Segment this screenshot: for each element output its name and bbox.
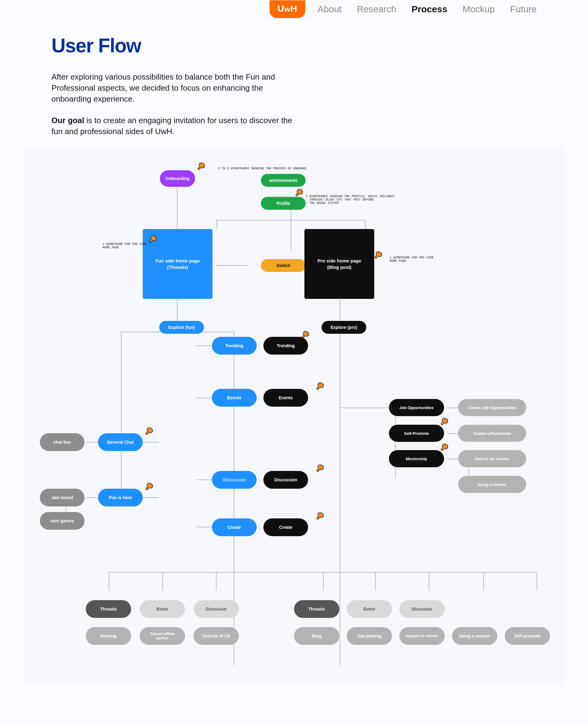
pro-home-l2: (Blog post) [327, 264, 351, 270]
page-title: User Flow [51, 34, 141, 57]
bottom-fun-outside-ux: Outside of UX [193, 627, 239, 645]
note-pro-home: 1 WIREFRAME FOR PRO SIDE HOME PAGE [390, 256, 434, 263]
nav-future[interactable]: Future [510, 4, 537, 15]
bottom-fun-threads: Threads [86, 600, 131, 618]
goal-label: Our goal [51, 116, 84, 125]
bottom-pro-job-posting: Job-posting [347, 627, 392, 645]
connector [375, 572, 376, 590]
pin-icon [315, 382, 327, 393]
connector [395, 408, 396, 478]
pin-icon [196, 162, 208, 173]
logo-text: UwH [277, 3, 297, 14]
top-nav: UwH About Research Process Mockup Future [0, 0, 588, 18]
note-onboard: 2 TO 3 WIREFRAMES SHOWING THE PROCESS OF… [218, 167, 306, 170]
node-general-chat: General Chat [98, 433, 143, 451]
node-fun-home: Fun side home page (Threads) [143, 229, 212, 299]
node-trending-fun: Trending [212, 337, 257, 355]
node-pro-home: Pro side home page (Blog post) [304, 229, 374, 299]
node-mentorship: Mentorship [389, 450, 444, 467]
bottom-pro-blog: Blog [294, 627, 339, 645]
connector [340, 299, 340, 320]
node-discussion-fun: Discussion [212, 471, 257, 489]
node-create-job-opportunities: Create Job Opportunities [458, 399, 526, 416]
connector [483, 572, 484, 590]
connector [323, 572, 324, 590]
node-jam-board: Jam board [40, 489, 85, 507]
connector [340, 408, 395, 408]
node-events-pro: Events [264, 389, 308, 407]
pin-icon [144, 482, 155, 494]
intro-text: After exploring various possibilities to… [51, 72, 296, 105]
node-switch: Switch [261, 259, 306, 272]
bottom-fun-ranting: Ranting [86, 627, 131, 645]
connector [537, 572, 537, 590]
connector [216, 265, 247, 266]
connector [216, 572, 216, 590]
bottom-pro-request-mentor: request for mentor [399, 627, 445, 645]
node-job-opportunities: Job Opportunities [389, 399, 444, 416]
bottom-pro-event: Event [347, 600, 392, 618]
logo[interactable]: UwH [270, 0, 305, 18]
bottom-pro-threads: Threads [294, 600, 339, 618]
bottom-pro-discusion: Discusion [399, 600, 445, 618]
pin-icon [144, 427, 155, 438]
diagram-layer: Onboarding achievements Profile Switch F… [24, 146, 564, 685]
node-profile: Profile [261, 197, 306, 210]
bottom-fun-discusion: Discusion [193, 600, 239, 618]
pro-home-l1: Pro side home page [318, 257, 361, 264]
fun-home-l2: (Threads) [167, 264, 188, 270]
connector [429, 572, 429, 590]
node-fun-is-here: Fun is here [98, 489, 143, 507]
node-achievements: achievements [261, 174, 306, 187]
bottom-pro-self-promote: Self-promote [505, 627, 550, 645]
bottom-fun-event: Event [140, 600, 185, 618]
node-trending-pro: Trending [264, 337, 308, 355]
node-chat-box: chat box [40, 433, 85, 451]
fun-home-l1: Fun side home page [155, 257, 200, 264]
connector [162, 572, 163, 590]
connector [216, 220, 217, 229]
node-create-pro: Create [264, 518, 308, 536]
nav-links: About Research Process Mockup Future [318, 4, 537, 15]
connector [291, 203, 291, 251]
connector [177, 299, 177, 320]
note-fun-home: 1 WIREFRAME FOR FUN SIDE HOME PAGE [103, 242, 147, 249]
connector [121, 332, 122, 503]
pin-icon [373, 251, 385, 262]
connector [86, 442, 98, 443]
connector [86, 497, 98, 498]
connector [365, 220, 366, 229]
goal-text: Our goal is to create an engaging invita… [51, 115, 296, 137]
nav-research[interactable]: Research [357, 4, 396, 15]
node-create-self-promote: Create self-promote [458, 425, 526, 442]
bottom-pro-being-mentor: being a mentor [452, 627, 497, 645]
node-events-fun: Events [212, 389, 257, 407]
connector [109, 572, 109, 590]
pin-icon [315, 511, 327, 523]
node-discussion-pro: Discussion [264, 471, 308, 489]
bottom-fun-casual-offline: Casual offline parties [140, 627, 185, 645]
goal-body: is to create an engaging invitation for … [51, 116, 292, 136]
node-explore-pro: Explore (pro) [321, 321, 366, 334]
pin-icon [315, 464, 327, 475]
node-onboarding: Onboarding [160, 170, 195, 187]
node-explore-fun: Explore (fun) [159, 321, 204, 334]
nav-process[interactable]: Process [412, 4, 447, 15]
note-profile: 1 WIREFRAMES SHOWING THE PROFILE, WHICH … [306, 195, 396, 205]
node-being-a-mentor: being a mentor [458, 476, 526, 493]
node-mini-games: mini games [40, 512, 85, 530]
node-self-promote: Self-Promote [389, 425, 444, 442]
node-search-for-mentor: Search for mentor [458, 450, 526, 467]
connector [109, 572, 537, 573]
connector [216, 220, 366, 220]
nav-mockup[interactable]: Mockup [463, 4, 495, 15]
nav-about[interactable]: About [318, 4, 341, 15]
node-create-fun: Create [212, 518, 257, 536]
connector [340, 332, 340, 665]
